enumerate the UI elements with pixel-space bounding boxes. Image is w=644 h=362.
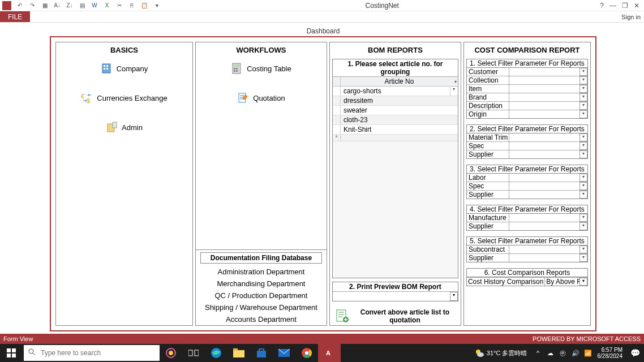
cc-filter-row[interactable]: Collection▾ bbox=[467, 76, 587, 85]
cortana-icon[interactable] bbox=[160, 344, 182, 362]
cc-filter-row[interactable]: Origin▾ bbox=[467, 110, 587, 118]
doc-db-item[interactable]: Accounts Department bbox=[196, 313, 327, 325]
qat-more-icon[interactable]: ▾ bbox=[152, 1, 162, 10]
qat-tool-icon[interactable]: ▦ bbox=[40, 1, 50, 10]
chevron-down-icon[interactable]: ▾ bbox=[579, 142, 587, 150]
taskbar-search[interactable] bbox=[24, 345, 160, 361]
notifications-icon[interactable]: 💬 bbox=[626, 348, 644, 357]
quotation-button[interactable]: Quotation bbox=[237, 92, 285, 104]
chevron-down-icon[interactable]: ▾ bbox=[579, 182, 587, 190]
close-icon[interactable]: ✕ bbox=[634, 2, 639, 10]
chevron-down-icon[interactable]: ▾ bbox=[579, 133, 587, 141]
article-row[interactable]: cargo-shorts ▾ bbox=[333, 87, 458, 96]
cc-filter-row[interactable]: Subcontract▾ bbox=[467, 245, 587, 254]
currencies-exchange-button[interactable]: €$ Currencies Exchange bbox=[81, 92, 167, 104]
cc-filter-row[interactable]: Material Trim▾ bbox=[467, 133, 587, 142]
volume-icon[interactable]: 🔊 bbox=[569, 350, 582, 357]
convert-to-quotation-button[interactable]: Convert above article list to quotation bbox=[332, 308, 458, 324]
article-row[interactable]: sweater bbox=[333, 106, 458, 115]
cc-filter-row[interactable]: Supplier▾ bbox=[467, 150, 587, 158]
cc-filter-row[interactable]: Customer▾ bbox=[467, 68, 587, 76]
chevron-down-icon[interactable]: ▾ bbox=[579, 222, 587, 230]
restore-icon[interactable]: ❐ bbox=[622, 2, 628, 10]
onedrive-icon[interactable]: ☁ bbox=[544, 350, 557, 357]
chevron-down-icon[interactable]: ▾ bbox=[579, 214, 587, 222]
admin-button[interactable]: Admin bbox=[106, 121, 143, 133]
excel-export-icon[interactable]: X bbox=[102, 1, 112, 10]
doc-db-item[interactable]: Administration Department bbox=[196, 266, 327, 278]
cc-filter-row[interactable]: Item▾ bbox=[467, 85, 587, 93]
svg-rect-38 bbox=[233, 348, 238, 351]
cc-filter-row[interactable]: Description▾ bbox=[467, 102, 587, 110]
doc-db-item[interactable]: Shipping / Warehouse Department bbox=[196, 301, 327, 313]
cc-filter-row[interactable]: Brand▾ bbox=[467, 93, 587, 102]
chevron-down-icon[interactable]: ▾ bbox=[579, 93, 587, 101]
file-explorer-icon[interactable] bbox=[227, 344, 250, 362]
edge-icon[interactable] bbox=[205, 344, 227, 362]
chevron-down-icon[interactable]: ▾ bbox=[579, 191, 587, 199]
copy-icon[interactable]: ⎘ bbox=[127, 1, 137, 10]
chevron-down-icon[interactable]: ▾ bbox=[579, 254, 587, 262]
chevron-down-icon[interactable]: ▾ bbox=[579, 85, 587, 93]
store-icon[interactable] bbox=[250, 344, 273, 362]
cut-icon[interactable]: ✂ bbox=[114, 1, 124, 10]
cc-filter-row[interactable]: Labor▾ bbox=[467, 174, 587, 182]
article-row[interactable]: cloth-23 bbox=[333, 115, 458, 125]
file-tab[interactable]: FILE bbox=[0, 11, 30, 22]
start-button[interactable] bbox=[0, 344, 23, 362]
article-row[interactable]: Knit-Shirt bbox=[333, 125, 458, 135]
svg-rect-12 bbox=[236, 68, 238, 70]
task-view-icon[interactable] bbox=[182, 344, 205, 362]
weather-widget[interactable]: 31°C 多雲時晴 bbox=[470, 348, 532, 358]
cc-filter-row[interactable]: Supplier▾ bbox=[467, 222, 587, 230]
chevron-down-icon[interactable]: ▾ bbox=[579, 76, 587, 84]
chevron-down-icon[interactable]: ▾ bbox=[579, 68, 587, 76]
article-row[interactable]: dressitem bbox=[333, 96, 458, 106]
search-input[interactable] bbox=[41, 349, 155, 357]
ime-icon[interactable]: ㊥ bbox=[557, 349, 569, 357]
chevron-down-icon[interactable]: ▾ bbox=[454, 79, 457, 84]
cc-filter-row[interactable]: Supplier▾ bbox=[467, 254, 587, 262]
tray-overflow-icon[interactable]: ^ bbox=[532, 350, 544, 356]
chevron-down-icon[interactable]: ▾ bbox=[450, 87, 458, 96]
cc-sec6-row[interactable]: Cost History Comparison By Above Filt ▾ bbox=[467, 277, 587, 286]
cc-filter-row[interactable]: Spec▾ bbox=[467, 142, 587, 150]
minimize-icon[interactable]: — bbox=[609, 2, 616, 10]
access-icon[interactable]: A bbox=[318, 344, 341, 362]
cc-row-label: Manufacture bbox=[467, 214, 509, 222]
ribbon-tabs: FILE Sign in bbox=[0, 11, 644, 23]
redo-icon[interactable]: ↷ bbox=[27, 1, 37, 10]
company-button[interactable]: Company bbox=[101, 62, 148, 75]
app-system-icon[interactable] bbox=[2, 1, 11, 10]
sort-asc-icon[interactable]: A↓ bbox=[52, 1, 62, 10]
chevron-down-icon[interactable]: ▾ bbox=[579, 174, 587, 182]
chevron-down-icon[interactable]: ▾ bbox=[579, 150, 587, 158]
sort-desc-icon[interactable]: Z↓ bbox=[65, 1, 75, 10]
taskbar-clock[interactable]: 6:57 PM 6/28/2024 bbox=[594, 347, 626, 359]
chevron-down-icon[interactable]: ▾ bbox=[579, 245, 587, 253]
print-preview-select[interactable]: ▾ bbox=[333, 292, 458, 301]
cc-filter-row[interactable]: Supplier▾ bbox=[467, 191, 587, 199]
cc-filter-row[interactable]: Spec▾ bbox=[467, 182, 587, 191]
doc-db-item[interactable]: Merchandising Department bbox=[196, 278, 327, 290]
chevron-down-icon[interactable]: ▾ bbox=[579, 278, 587, 286]
chevron-down-icon[interactable]: ▾ bbox=[579, 110, 587, 118]
undo-icon[interactable]: ↶ bbox=[15, 1, 25, 10]
app-title: CostingNet bbox=[164, 2, 600, 10]
paste-icon[interactable]: 📋 bbox=[139, 1, 149, 10]
sign-in-link[interactable]: Sign in bbox=[618, 11, 644, 22]
cc-filter-row[interactable]: Manufacture▾ bbox=[467, 214, 587, 222]
wifi-icon[interactable]: 📶 bbox=[582, 350, 594, 357]
article-no-column-header[interactable]: Article No ▾ bbox=[341, 77, 458, 86]
cc-sec1-title: 1. Select Filter Parameter For Reports bbox=[467, 59, 587, 68]
mail-icon[interactable] bbox=[273, 344, 295, 362]
help-icon[interactable]: ? bbox=[600, 2, 604, 10]
word-export-icon[interactable]: W bbox=[89, 1, 100, 10]
article-new-row[interactable]: * bbox=[333, 135, 458, 141]
chrome-icon[interactable] bbox=[295, 344, 318, 362]
filter-icon[interactable]: ▤ bbox=[77, 1, 87, 10]
chevron-down-icon[interactable]: ▾ bbox=[579, 102, 587, 110]
chevron-down-icon[interactable]: ▾ bbox=[450, 292, 458, 301]
costing-table-button[interactable]: Costing Table bbox=[231, 62, 291, 75]
doc-db-item[interactable]: QC / Production Department bbox=[196, 290, 327, 301]
